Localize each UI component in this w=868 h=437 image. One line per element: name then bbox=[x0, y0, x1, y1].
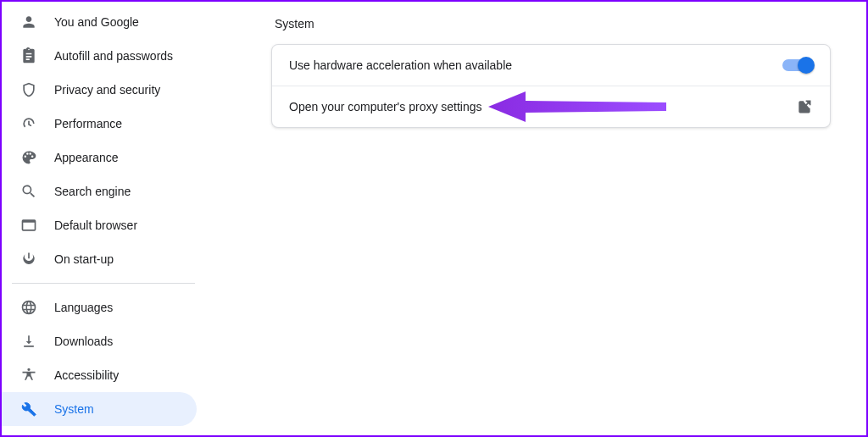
gauge-icon bbox=[20, 115, 37, 132]
sidebar-item-autofill[interactable]: Autofill and passwords bbox=[2, 39, 197, 73]
external-link-icon bbox=[796, 98, 813, 115]
sidebar-item-system[interactable]: System bbox=[2, 392, 197, 426]
sidebar-item-label: You and Google bbox=[54, 15, 139, 29]
row-hardware-acceleration[interactable]: Use hardware acceleration when available bbox=[272, 45, 830, 86]
sidebar-item-label: Appearance bbox=[54, 151, 119, 164]
sidebar-item-label: Search engine bbox=[54, 185, 131, 198]
system-settings-card: Use hardware acceleration when available… bbox=[271, 44, 831, 128]
sidebar-item-performance[interactable]: Performance bbox=[2, 107, 197, 141]
sidebar-item-label: On start-up bbox=[54, 252, 114, 266]
row-label: Use hardware acceleration when available bbox=[289, 58, 512, 72]
sidebar-item-label: Accessibility bbox=[54, 368, 119, 382]
sidebar-item-label: Languages bbox=[54, 301, 113, 314]
wrench-icon bbox=[20, 401, 37, 418]
sidebar-item-reset-settings[interactable]: Reset settings bbox=[2, 426, 197, 437]
power-icon bbox=[20, 251, 37, 268]
globe-icon bbox=[20, 299, 37, 316]
sidebar-item-label: Performance bbox=[54, 117, 122, 130]
sidebar-item-appearance[interactable]: Appearance bbox=[2, 141, 197, 174]
accessibility-icon bbox=[20, 367, 37, 384]
sidebar-item-default-browser[interactable]: Default browser bbox=[2, 208, 197, 242]
sidebar-item-label: Autofill and passwords bbox=[54, 49, 173, 63]
sidebar-item-on-start-up[interactable]: On start-up bbox=[2, 242, 197, 276]
sidebar-divider bbox=[12, 283, 195, 284]
settings-sidebar: You and Google Autofill and passwords Pr… bbox=[2, 2, 205, 435]
sidebar-item-label: Privacy and security bbox=[54, 83, 160, 97]
hardware-acceleration-toggle[interactable] bbox=[782, 59, 813, 71]
download-icon bbox=[20, 333, 37, 350]
sidebar-item-label: Downloads bbox=[54, 335, 113, 348]
clipboard-icon bbox=[20, 47, 37, 64]
row-proxy-settings[interactable]: Open your computer's proxy settings bbox=[272, 86, 830, 127]
sidebar-item-label: System bbox=[54, 402, 94, 416]
palette-icon bbox=[20, 149, 37, 166]
settings-main: System Use hardware acceleration when av… bbox=[205, 2, 866, 435]
sidebar-item-you-and-google[interactable]: You and Google bbox=[2, 5, 197, 39]
section-title: System bbox=[275, 17, 831, 30]
search-icon bbox=[20, 183, 37, 200]
sidebar-item-accessibility[interactable]: Accessibility bbox=[2, 358, 197, 392]
sidebar-item-downloads[interactable]: Downloads bbox=[2, 324, 197, 358]
sidebar-item-languages[interactable]: Languages bbox=[2, 290, 197, 324]
person-icon bbox=[20, 14, 37, 30]
row-label: Open your computer's proxy settings bbox=[289, 100, 482, 113]
sidebar-item-label: Default browser bbox=[54, 218, 137, 232]
shield-icon bbox=[20, 81, 37, 98]
browser-icon bbox=[20, 217, 37, 234]
sidebar-item-search-engine[interactable]: Search engine bbox=[2, 174, 197, 208]
sidebar-item-privacy[interactable]: Privacy and security bbox=[2, 73, 197, 107]
